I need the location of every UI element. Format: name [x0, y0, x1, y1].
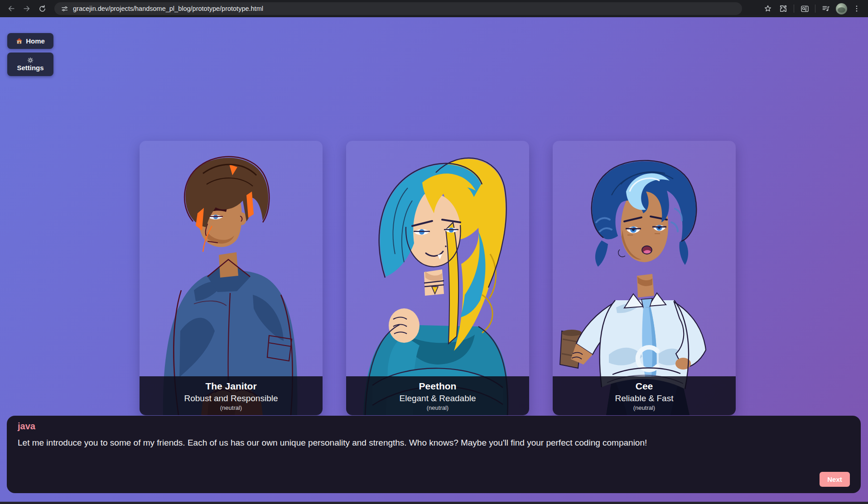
dialogue-box: java Let me introduce you to some of my … [7, 416, 861, 493]
card-cee[interactable]: Cee Reliable & Fast (neutral) [553, 141, 736, 415]
page-background: Home Settings [0, 17, 868, 502]
character-tagline: Elegant & Readable [346, 393, 529, 404]
character-plate: Cee Reliable & Fast (neutral) [553, 376, 736, 415]
home-button[interactable]: Home [7, 33, 53, 49]
url-bar[interactable]: gracejin.dev/projects/handsome_pl_blog/p… [54, 2, 742, 15]
character-plate: Peethon Elegant & Readable (neutral) [346, 376, 529, 415]
url-text: gracejin.dev/projects/handsome_pl_blog/p… [73, 5, 263, 12]
peethon-illustration [346, 141, 529, 415]
browser-toolbar: gracejin.dev/projects/handsome_pl_blog/p… [0, 0, 868, 17]
bookmark-button[interactable] [762, 2, 774, 15]
character-cards: The Janitor Robust and Responsible (neut… [140, 141, 736, 415]
character-name: Peethon [346, 380, 529, 392]
media-controls-button[interactable] [820, 2, 832, 15]
toolbar-divider [794, 5, 794, 13]
janitor-illustration [140, 141, 323, 415]
card-the-janitor[interactable]: The Janitor Robust and Responsible (neut… [140, 141, 323, 415]
reload-icon [38, 5, 47, 13]
character-mood: (neutral) [140, 404, 323, 411]
card-peethon[interactable]: Peethon Elegant & Readable (neutral) [346, 141, 529, 415]
character-mood: (neutral) [553, 404, 736, 411]
site-info-icon[interactable] [61, 5, 68, 13]
settings-button-label: Settings [17, 64, 43, 72]
reload-button[interactable] [35, 2, 49, 15]
forward-arrow-icon [22, 4, 31, 13]
house-icon [16, 38, 23, 44]
side-panel-button[interactable] [798, 2, 811, 15]
profile-avatar [836, 3, 847, 14]
side-panel-search-icon [800, 4, 810, 14]
profile-button[interactable] [835, 2, 848, 15]
browser-window: gracejin.dev/projects/handsome_pl_blog/p… [0, 0, 868, 504]
window-bottom-edge [0, 502, 868, 504]
bookmark-star-icon [763, 4, 772, 13]
next-button[interactable]: Next [820, 472, 850, 487]
extensions-button[interactable] [777, 2, 790, 15]
media-playlist-icon [821, 4, 830, 13]
character-mood: (neutral) [346, 404, 529, 411]
home-button-label: Home [26, 37, 45, 45]
gear-icon [27, 57, 34, 63]
dialogue-text: Let me introduce you to some of my frien… [18, 437, 843, 449]
character-tagline: Reliable & Fast [553, 393, 736, 404]
character-name: The Janitor [140, 380, 323, 392]
back-button[interactable] [5, 2, 18, 15]
toolbar-actions [760, 2, 864, 15]
toolbar-divider [815, 5, 815, 13]
menu-dots-icon [853, 5, 861, 13]
character-plate: The Janitor Robust and Responsible (neut… [140, 376, 323, 415]
cee-illustration [553, 141, 736, 415]
character-tagline: Robust and Responsible [140, 393, 323, 404]
settings-button[interactable]: Settings [7, 53, 53, 76]
back-arrow-icon [7, 4, 16, 13]
forward-button[interactable] [20, 2, 34, 15]
character-name: Cee [553, 380, 736, 392]
extensions-puzzle-icon [779, 4, 788, 13]
browser-menu-button[interactable] [850, 2, 863, 15]
speaker-name: java [18, 421, 35, 432]
